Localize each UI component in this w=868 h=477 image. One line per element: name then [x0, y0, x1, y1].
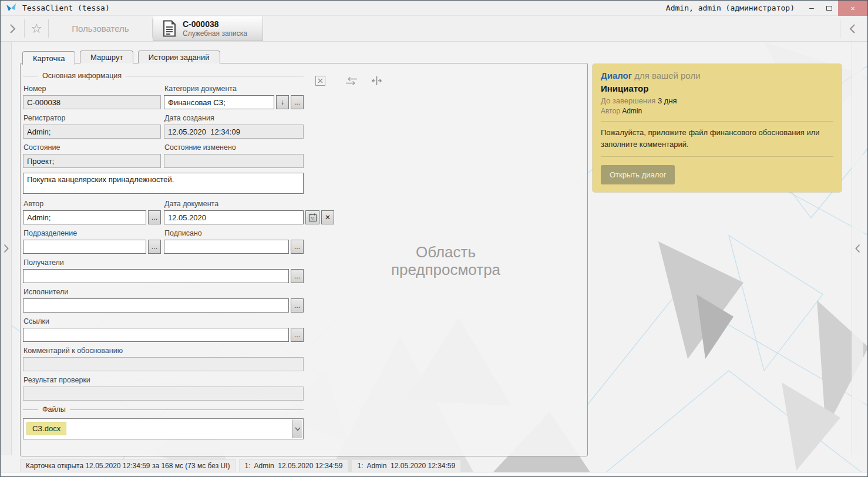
- links-browse-button[interactable]: ...: [291, 328, 304, 342]
- author-label: Автор: [23, 200, 161, 209]
- doc-date-calendar-button[interactable]: 31: [305, 210, 319, 224]
- chevron-right-icon: [4, 244, 9, 253]
- group-files: Файлы: [23, 405, 304, 414]
- tab-card[interactable]: Карточка: [22, 51, 75, 65]
- files-list[interactable]: СЗ.docx: [23, 418, 304, 439]
- signed-label: Подписано: [164, 229, 304, 238]
- document-tab-strip: ☆ Пользователь С-000038 Служебная записк…: [1, 16, 867, 42]
- tab-document-active[interactable]: С-000038 Служебная записка: [153, 16, 263, 41]
- registrar-field[interactable]: [23, 125, 161, 139]
- comment-field[interactable]: [23, 357, 304, 371]
- group-main-info-label: Основная информация: [38, 72, 126, 80]
- category-field[interactable]: [164, 95, 274, 109]
- window-title: TessaClient (tessa): [22, 4, 110, 12]
- signed-field[interactable]: [164, 240, 289, 254]
- registrar-label: Регистратор: [23, 114, 161, 123]
- state-field[interactable]: [23, 154, 161, 168]
- category-label: Категория документа: [164, 85, 304, 93]
- dialog-author-label: Автор: [601, 107, 620, 115]
- ellipsis-icon: ...: [294, 331, 300, 338]
- ellipsis-icon: ...: [294, 243, 300, 250]
- state-changed-field[interactable]: [164, 154, 304, 168]
- recipients-browse-button[interactable]: ...: [291, 269, 304, 283]
- open-dialog-button[interactable]: Открыть диалог: [601, 165, 675, 184]
- tab-user-label: Пользователь: [72, 23, 129, 33]
- file-item[interactable]: СЗ.docx: [26, 422, 66, 435]
- performers-browse-button[interactable]: ...: [291, 298, 304, 313]
- split-columns-icon: [371, 76, 382, 86]
- divider: [601, 121, 833, 122]
- ellipsis-icon: ...: [294, 302, 300, 309]
- status-bar: Карточка открыта 12.05.2020 12:34:59 за …: [20, 459, 461, 472]
- number-label: Номер: [23, 85, 161, 93]
- deadline-value: 3 дня: [658, 96, 677, 105]
- department-field[interactable]: [23, 240, 146, 254]
- signed-browse-button[interactable]: ...: [291, 240, 304, 254]
- svg-text:31: 31: [310, 216, 315, 220]
- created-field[interactable]: [164, 125, 304, 139]
- department-browse-button[interactable]: ...: [148, 240, 161, 254]
- chevron-left-icon: [855, 244, 860, 253]
- files-dropdown-button[interactable]: [292, 419, 302, 438]
- ellipsis-icon: ...: [152, 214, 157, 221]
- document-icon: [163, 20, 176, 37]
- tab-document-number: С-000038: [183, 19, 247, 29]
- check-result-label: Результат проверки: [23, 376, 304, 385]
- maximize-button[interactable]: [820, 1, 838, 16]
- tab-route[interactable]: Маршрут: [80, 51, 133, 63]
- preview-close-button[interactable]: [315, 76, 325, 86]
- recipients-label: Получатели: [23, 258, 304, 267]
- application-window: TessaClient (tessa) Admin, admin (админи…: [0, 0, 868, 477]
- card-tabs: Карточка Маршрут История заданий: [20, 51, 588, 63]
- status-segment: 1: Admin 12.05.2020 12:34:59: [351, 459, 461, 472]
- close-button[interactable]: ✕: [838, 1, 867, 16]
- preview-placeholder: Область предпросмотра: [375, 243, 517, 278]
- collapse-right-panel-button[interactable]: [840, 16, 864, 41]
- links-field[interactable]: [23, 328, 289, 342]
- recipients-field[interactable]: [23, 269, 289, 283]
- performers-label: Исполнители: [23, 288, 304, 297]
- right-panel-expander[interactable]: [852, 42, 863, 455]
- left-panel-expander[interactable]: [1, 42, 12, 455]
- number-field[interactable]: [23, 95, 161, 109]
- group-files-label: Файлы: [38, 405, 70, 414]
- chevron-right-icon: [9, 23, 16, 34]
- comment-label: Комментарий к обоснованию: [23, 347, 304, 355]
- ellipsis-icon: ...: [294, 99, 300, 106]
- tab-task-history[interactable]: История заданий: [138, 51, 220, 63]
- card-area: Карточка Маршрут История заданий Основна…: [20, 51, 588, 456]
- minimize-icon: –: [809, 4, 814, 12]
- status-segment: 1: Admin 12.05.2020 12:34:59: [239, 459, 349, 472]
- author-field[interactable]: [23, 210, 146, 224]
- state-label: Состояние: [23, 143, 161, 152]
- doc-date-clear-button[interactable]: ✕: [321, 210, 334, 224]
- preview-split-button[interactable]: [371, 76, 382, 86]
- doc-date-field[interactable]: [164, 210, 304, 224]
- author-browse-button[interactable]: ...: [148, 210, 161, 224]
- chevron-down-icon: [295, 427, 301, 431]
- check-result-field[interactable]: [23, 387, 304, 401]
- category-browse-button[interactable]: ...: [291, 95, 304, 109]
- dialog-author-value: Admin: [622, 107, 642, 115]
- close-icon: ✕: [850, 4, 854, 12]
- minimize-button[interactable]: –: [803, 1, 820, 16]
- close-box-icon: [315, 76, 325, 86]
- tab-document-type: Служебная записка: [183, 29, 247, 38]
- group-main-info: Основная информация: [23, 72, 304, 80]
- nav-expand-button[interactable]: [1, 16, 24, 41]
- preview-swap-button[interactable]: [345, 77, 358, 85]
- state-changed-label: Состояние изменено: [164, 143, 304, 152]
- task-dialog-card: Диалог для вашей роли Инициатор До завер…: [593, 64, 842, 192]
- divider: [601, 156, 833, 157]
- category-dropdown-button[interactable]: ↓: [276, 95, 289, 109]
- tab-route-label: Маршрут: [90, 53, 123, 62]
- subject-field[interactable]: Покупка канцелярских принадлежностей.: [23, 173, 304, 194]
- department-label: Подразделение: [23, 229, 161, 238]
- performers-field[interactable]: [23, 298, 289, 313]
- calendar-icon: 31: [308, 213, 317, 222]
- favorites-button[interactable]: ☆: [25, 16, 48, 41]
- dialog-title: Диалог: [601, 70, 632, 80]
- dialog-role: Инициатор: [601, 83, 833, 93]
- current-user-label: Admin, admin (администратор): [666, 4, 795, 12]
- tab-user[interactable]: Пользователь: [49, 16, 152, 41]
